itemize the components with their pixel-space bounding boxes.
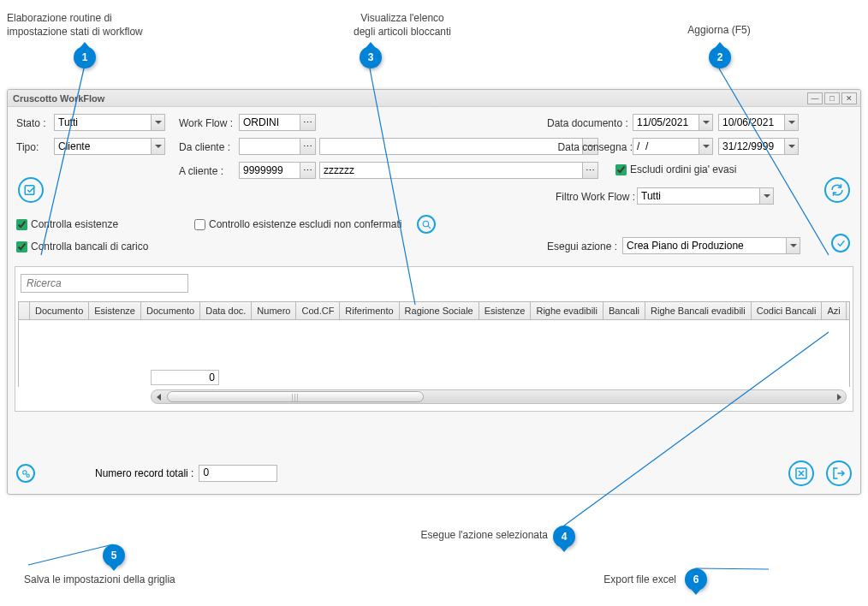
callout-3: 3 bbox=[360, 46, 382, 68]
check-icon bbox=[835, 238, 847, 249]
grid-column-header[interactable]: Numero bbox=[252, 302, 296, 319]
datacons-to-input[interactable] bbox=[719, 139, 784, 154]
grid-column-header[interactable]: Documento bbox=[141, 302, 200, 319]
callout-4: 4 bbox=[553, 526, 575, 548]
controlla-esistenze-label: Controlla esistenze bbox=[31, 218, 118, 230]
stato-input[interactable] bbox=[55, 115, 151, 130]
esegui-azione-input[interactable] bbox=[623, 238, 786, 253]
datadoc-from-input[interactable] bbox=[633, 115, 699, 130]
grid-column-header[interactable]: Azi bbox=[822, 302, 846, 319]
callout-5: 5 bbox=[103, 544, 125, 567]
escludi-evasi-input[interactable] bbox=[615, 164, 627, 175]
datacons-from-input[interactable] bbox=[633, 139, 699, 154]
acliente-name-input[interactable] bbox=[320, 163, 582, 178]
grid-column-header[interactable]: Documento bbox=[30, 302, 89, 319]
datacons-from-combo[interactable] bbox=[633, 138, 713, 155]
save-grid-settings-button[interactable] bbox=[16, 464, 35, 483]
grid-column-header[interactable]: Esistenze bbox=[89, 302, 141, 319]
record-count-label: Numero record totali : bbox=[95, 467, 193, 479]
acliente-input[interactable] bbox=[240, 163, 300, 178]
refresh-icon bbox=[829, 182, 845, 198]
acliente-browse-button[interactable]: ⋯ bbox=[300, 163, 315, 178]
window-maximize-button[interactable]: □ bbox=[824, 92, 840, 104]
svg-point-2 bbox=[22, 470, 26, 473]
acliente-name-browse-button[interactable]: ⋯ bbox=[582, 163, 597, 178]
exit-button[interactable] bbox=[826, 460, 852, 486]
export-excel-button[interactable] bbox=[788, 460, 814, 486]
tipo-label: Tipo: bbox=[16, 141, 39, 153]
grid-column-header[interactable]: Codici Bancali bbox=[752, 302, 823, 319]
dacliente-browse-button[interactable]: ⋯ bbox=[300, 139, 315, 154]
datacons-from-dropdown[interactable] bbox=[699, 139, 712, 154]
refresh-button[interactable] bbox=[824, 177, 850, 203]
filtrowf-dropdown-button[interactable] bbox=[759, 188, 773, 204]
annotation-label-2: Aggiorna (F5) bbox=[651, 24, 788, 38]
svg-rect-0 bbox=[25, 186, 34, 195]
excel-icon bbox=[794, 466, 809, 481]
workflow-browse-button[interactable]: ⋯ bbox=[300, 115, 315, 130]
scroll-right-button[interactable] bbox=[832, 390, 846, 403]
filtrowf-label: Filtro Work Flow : bbox=[556, 191, 635, 203]
stato-label: Stato : bbox=[16, 117, 46, 129]
datacons-label: Data consegna : bbox=[547, 141, 633, 153]
esegui-azione-combo[interactable] bbox=[622, 237, 800, 254]
workflow-input[interactable] bbox=[240, 115, 300, 130]
scroll-left-button[interactable] bbox=[152, 390, 165, 403]
filtrowf-input[interactable] bbox=[638, 188, 759, 204]
controlla-bancali-input[interactable] bbox=[16, 241, 27, 253]
grid-column-header[interactable]: Righe Bancali evadibili bbox=[645, 302, 752, 319]
grid-footer: 0 bbox=[18, 370, 850, 407]
grid-column-header[interactable]: Cod.CF bbox=[296, 302, 340, 319]
grid-column-header[interactable]: Ragione Sociale bbox=[400, 302, 479, 319]
escludi-evasi-checkbox[interactable]: Escludi ordini gia' evasi bbox=[615, 163, 736, 175]
controllo-escludi-label: Controllo esistenze escludi non conferma… bbox=[209, 218, 401, 230]
controllo-escludi-input[interactable] bbox=[194, 219, 205, 230]
datadoc-from-dropdown[interactable] bbox=[699, 115, 712, 130]
filtrowf-combo[interactable] bbox=[637, 187, 774, 205]
execute-action-button[interactable] bbox=[831, 234, 850, 253]
dacliente-label: Da cliente : bbox=[179, 141, 230, 153]
workflow-label: Work Flow : bbox=[179, 117, 233, 129]
window-close-button[interactable]: ✕ bbox=[841, 92, 857, 104]
esegui-azione-dropdown-button[interactable] bbox=[786, 238, 800, 253]
grid-column-header[interactable]: Righe evadibili bbox=[531, 302, 603, 319]
controllo-escludi-checkbox[interactable]: Controllo esistenze escludi non conferma… bbox=[194, 218, 401, 230]
acliente-combo[interactable]: ⋯ bbox=[239, 162, 316, 179]
grid-column-header[interactable]: Bancali bbox=[603, 302, 645, 319]
tipo-dropdown-button[interactable] bbox=[151, 139, 164, 154]
view-blocking-articles-button[interactable] bbox=[417, 215, 436, 234]
scroll-thumb[interactable] bbox=[167, 391, 424, 402]
datacons-to-dropdown[interactable] bbox=[784, 139, 798, 154]
bottom-bar: Numero record totali : 0 bbox=[8, 453, 860, 494]
callout-2: 2 bbox=[709, 46, 731, 68]
grid-search-box[interactable] bbox=[21, 274, 188, 293]
tipo-input[interactable] bbox=[55, 139, 151, 154]
datadoc-to-combo[interactable] bbox=[718, 114, 799, 131]
stato-dropdown-button[interactable] bbox=[151, 115, 164, 130]
grid-search-input[interactable] bbox=[21, 275, 187, 292]
datacons-to-combo[interactable] bbox=[718, 138, 799, 155]
grid-header[interactable]: DocumentoEsistenzeDocumentoData doc.Nume… bbox=[18, 301, 850, 320]
stato-combo[interactable] bbox=[54, 114, 165, 131]
acliente-name-combo[interactable]: ⋯ bbox=[319, 162, 598, 179]
tipo-combo[interactable] bbox=[54, 138, 165, 155]
grid-column-header[interactable]: Esistenze bbox=[479, 302, 532, 319]
dacliente-input[interactable] bbox=[240, 139, 300, 154]
dacliente-combo[interactable]: ⋯ bbox=[239, 138, 316, 155]
grid-h-scrollbar[interactable] bbox=[151, 389, 847, 404]
controlla-esistenze-input[interactable] bbox=[16, 219, 27, 230]
datadoc-to-dropdown[interactable] bbox=[784, 115, 798, 130]
grid-column-header[interactable] bbox=[19, 302, 30, 319]
datadoc-to-input[interactable] bbox=[719, 115, 784, 130]
controlla-esistenze-checkbox[interactable]: Controlla esistenze bbox=[16, 218, 118, 230]
controlla-bancali-checkbox[interactable]: Controlla bancali di carico bbox=[16, 241, 148, 253]
annotation-label-3: Visualizza l'elencodegli articoli blocca… bbox=[317, 12, 488, 39]
grid-column-header[interactable]: Riferimento bbox=[340, 302, 399, 319]
elaborate-workflow-button[interactable] bbox=[18, 177, 44, 203]
grid-column-header[interactable]: Data doc. bbox=[200, 302, 252, 319]
window-minimize-button[interactable]: — bbox=[807, 92, 823, 104]
dacliente-name-input[interactable] bbox=[320, 139, 582, 154]
datadoc-from-combo[interactable] bbox=[633, 114, 713, 131]
workflow-combo[interactable]: ⋯ bbox=[239, 114, 316, 131]
exit-icon bbox=[831, 466, 847, 481]
